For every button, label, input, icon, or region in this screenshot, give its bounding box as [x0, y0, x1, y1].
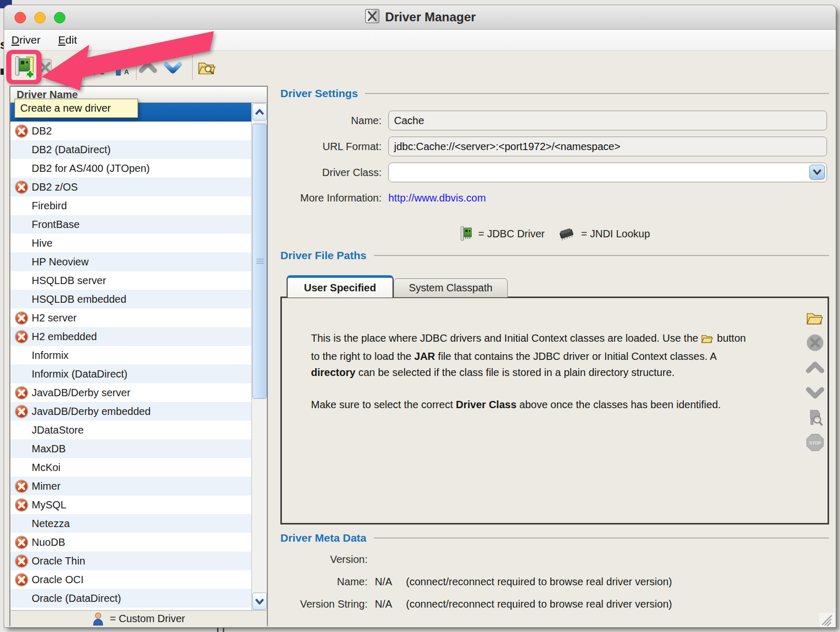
driver-error-icon [15, 386, 29, 400]
scroll-up-button[interactable] [252, 103, 267, 120]
chevron-down-icon [812, 169, 822, 176]
driver-list-item-label: DB2 for AS/400 (JTOpen) [32, 163, 150, 174]
driver-list-item-label: Mimer [32, 480, 61, 492]
driver-list-item-label: MaxDB [32, 443, 66, 455]
find-driver-class-button [806, 408, 824, 427]
open-folder-icon [701, 332, 714, 348]
chevron-down-icon [255, 598, 264, 604]
tab-user-specified[interactable]: User Specified [287, 275, 394, 298]
driver-list-scrollbar[interactable] [251, 103, 267, 610]
driver-list-item[interactable]: Firebird [10, 196, 251, 215]
driver-error-icon [15, 311, 29, 325]
version-string-label: Version String: [280, 598, 368, 610]
more-information-link[interactable]: http://www.dbvis.com [388, 192, 486, 204]
driver-list-item[interactable]: HSQLDB embedded [10, 290, 251, 308]
driver-list-item-label: H2 embedded [32, 331, 97, 343]
driver-list-item[interactable]: Oracle OCI [10, 570, 251, 589]
driver-list-item[interactable]: JavaDB/Derby server [10, 383, 251, 402]
open-folder-icon [806, 310, 824, 326]
driver-list-item-label: Hive [32, 237, 52, 249]
driver-class-combobox[interactable] [388, 163, 827, 182]
driver-list-item[interactable]: FrontBase [10, 215, 251, 234]
scroll-down-button[interactable] [252, 593, 267, 610]
driver-list-item-label: Firebird [32, 200, 67, 212]
driver-list-item-label: Informix (DataDirect) [32, 368, 127, 380]
user-specified-tab-panel: This is the place where JDBC drivers and… [280, 297, 829, 525]
driver-details-panel: Driver Settings Name: Cache URL Format: … [280, 84, 829, 627]
driver-list-item-label: JavaDB/Derby embedded [32, 406, 151, 418]
driver-list-item-label: JavaDB/Derby server [32, 387, 130, 399]
driver-list-item-label: Informix [32, 349, 69, 361]
driver-list-item[interactable]: HSQLDB server [10, 271, 251, 290]
driver-settings-section: Driver Settings [280, 87, 829, 100]
annotation-arrow [0, 0, 228, 104]
screen: s Driver Manager Driver Edit [0, 0, 840, 632]
driver-meta-data-title: Driver Meta Data [280, 532, 367, 544]
tooltip: Create a new driver [15, 99, 138, 118]
chevron-down-icon [806, 386, 824, 399]
driver-list-item[interactable]: H2 server [10, 308, 251, 327]
section-rule [365, 93, 829, 94]
driver-error-icon [15, 124, 29, 138]
driver-list-item[interactable]: JDataStore [10, 421, 251, 439]
remove-file-button [806, 333, 824, 352]
help-paragraph-2: Make sure to select the correct Driver C… [311, 397, 753, 413]
driver-error-icon [15, 498, 29, 512]
driver-list-item[interactable]: Hive [10, 234, 251, 252]
scrollbar-thumb[interactable] [252, 124, 267, 399]
section-rule [374, 537, 829, 539]
jdbc-driver-icon [459, 225, 473, 242]
driver-list[interactable]: Cache DB2 DB2 (DataDirect) DB2 for AS/40… [10, 103, 267, 610]
driver-list-item[interactable]: NuoDB [10, 533, 251, 552]
url-format-label: URL Format: [280, 141, 382, 153]
driver-list-item[interactable]: H2 embedded [10, 327, 251, 346]
driver-list-item[interactable]: Oracle Thin [10, 552, 251, 570]
window-resize-grip[interactable] [819, 613, 835, 627]
driver-list-item-label: Oracle OCI [32, 574, 84, 586]
x11-app-icon [364, 8, 380, 26]
driver-list-item-label: NuoDB [32, 536, 65, 548]
driver-error-icon [15, 535, 29, 549]
driver-list-item-label: HSQLDB embedded [32, 293, 126, 305]
driver-list-item-label: HSQLDB server [32, 275, 106, 287]
driver-list-rows: Cache DB2 DB2 (DataDirect) DB2 for AS/40… [10, 103, 251, 608]
more-information-label: More Information: [280, 192, 382, 204]
driver-list-item[interactable]: MySQL [10, 495, 251, 514]
meta-name-value: N/A [375, 576, 400, 588]
driver-list-item[interactable]: DB2 [10, 122, 251, 140]
driver-list-item[interactable]: Oracle (DataDirect) [10, 589, 251, 608]
move-path-up-button [806, 358, 824, 377]
driver-error-icon [15, 180, 29, 194]
driver-class-dropdown-button[interactable] [809, 165, 825, 180]
driver-list-item[interactable]: DB2 z/OS [10, 178, 251, 196]
custom-driver-legend: = Custom Driver [10, 610, 267, 626]
driver-list-item-label: Netezza [32, 518, 70, 530]
driver-list-item[interactable]: Netezza [10, 514, 251, 533]
driver-list-item[interactable]: Informix [10, 346, 251, 365]
driver-name-input[interactable]: Cache [388, 111, 827, 130]
window-title: Driver Manager [385, 10, 476, 24]
driver-list-item[interactable]: Mimer [10, 477, 251, 495]
driver-list-panel: Driver Name Cache DB2 DB2 (DataDirect) [9, 86, 268, 626]
version-string-value: N/A [375, 598, 400, 610]
jndi-lookup-icon [557, 227, 576, 240]
url-format-input[interactable]: jdbc:Cache://<server>:<port1972>/<namesp… [388, 137, 827, 156]
driver-list-item[interactable]: MaxDB [10, 439, 251, 458]
driver-list-item[interactable]: JavaDB/Derby embedded [10, 402, 251, 421]
driver-list-item[interactable]: McKoi [10, 458, 251, 477]
tab-system-classpath[interactable]: System Classpath [394, 278, 508, 298]
driver-list-item-label: DB2 z/OS [32, 181, 78, 193]
driver-list-item-label: Oracle Thin [32, 555, 85, 567]
driver-list-item-label: H2 server [32, 312, 77, 324]
driver-meta-data-section: Driver Meta Data [280, 532, 829, 544]
driver-file-paths-help-text: This is the place where JDBC drivers and… [311, 330, 753, 429]
driver-list-item[interactable]: HP Neoview [10, 252, 251, 271]
driver-list-item-label: McKoi [32, 462, 61, 474]
driver-list-item[interactable]: Informix (DataDirect) [10, 365, 251, 383]
driver-list-item[interactable]: DB2 for AS/400 (JTOpen) [10, 159, 251, 178]
open-file-button[interactable] [806, 308, 824, 327]
section-rule [374, 255, 829, 256]
driver-list-item-label: Oracle (DataDirect) [32, 593, 121, 604]
driver-list-item[interactable]: DB2 (DataDirect) [10, 140, 251, 159]
driver-error-icon [15, 330, 29, 344]
